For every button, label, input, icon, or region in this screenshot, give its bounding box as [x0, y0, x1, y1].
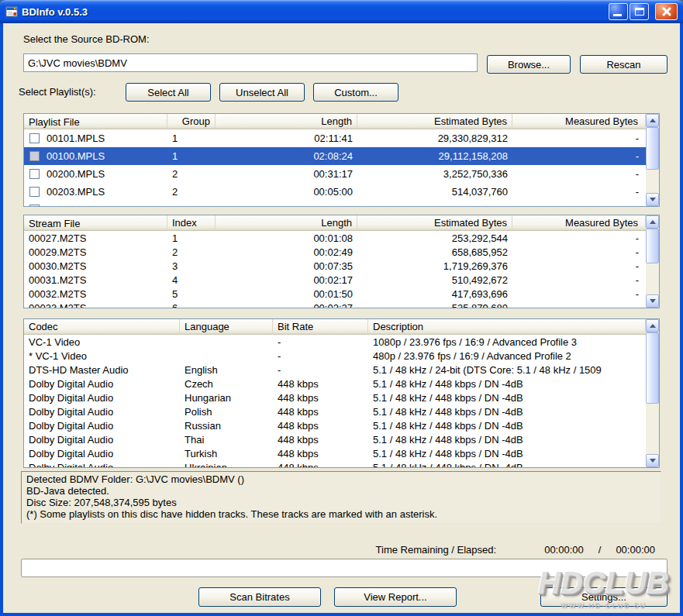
header-language[interactable]: Language: [180, 319, 273, 335]
codec-row[interactable]: Dolby Digital Audio Hungarian 448 kbps 5…: [24, 391, 646, 404]
scan-bitrates-button[interactable]: Scan Bitrates: [198, 587, 321, 607]
playlist-measured: -: [512, 150, 646, 162]
stream-row[interactable]: 00031.M2TS 4 00:02:17 510,492,672 -: [24, 273, 646, 287]
codec-description: 1080p / 23.976 fps / 16:9 / Advanced Pro…: [368, 336, 646, 348]
row-checkbox[interactable]: [29, 133, 40, 143]
codec-bitrate: 448 kbps: [273, 378, 368, 390]
header-estimated-bytes[interactable]: Estimated Bytes: [357, 114, 512, 129]
arrow-up-icon: [650, 220, 656, 224]
stream-file: 00031.M2TS: [24, 274, 167, 286]
select-all-button[interactable]: Select All: [126, 83, 211, 102]
stream-table-header: Stream File Index Length Estimated Bytes…: [24, 215, 646, 231]
header-measured-bytes[interactable]: Measured Bytes: [512, 215, 646, 231]
codec-row[interactable]: VC-1 Video - 1080p / 23.976 fps / 16:9 /…: [24, 335, 646, 349]
stream-table: Stream File Index Length Estimated Bytes…: [23, 215, 660, 308]
codec-name: VC-1 Video: [24, 336, 180, 348]
scrollbar-track[interactable]: [646, 127, 659, 193]
playlist-file: 00203.MPLS: [47, 186, 105, 198]
codec-row[interactable]: Dolby Digital Audio Thai 448 kbps 5.1 / …: [24, 432, 646, 446]
codec-name: DTS-HD Master Audio: [24, 364, 180, 376]
header-description[interactable]: Description: [368, 319, 646, 335]
stream-file: 00029.M2TS: [24, 246, 167, 258]
playlist-row[interactable]: 00200.MPLS 2 00:31:17 3,252,750,336 -: [24, 165, 646, 183]
row-checkbox[interactable]: [29, 187, 40, 197]
stream-row[interactable]: 00029.M2TS 2 00:02:49 658,685,952 -: [24, 245, 646, 259]
custom-button[interactable]: Custom...: [313, 83, 398, 102]
header-group[interactable]: Group: [167, 114, 216, 129]
codec-description: 5.1 / 48 kHz / 448 kbps / DN -4dB: [368, 448, 646, 459]
stream-row[interactable]: 00027.M2TS 1 00:01:08 253,292,544 -: [24, 231, 646, 245]
scroll-up-button[interactable]: [646, 114, 659, 127]
scroll-up-button[interactable]: [646, 319, 659, 332]
stream-index: 1: [167, 232, 216, 244]
header-playlist-file[interactable]: Playlist File: [24, 114, 167, 129]
header-bitrate[interactable]: Bit Rate: [273, 319, 368, 335]
source-path-input[interactable]: [23, 53, 478, 72]
codec-row[interactable]: Dolby Digital Audio Turkish 448 kbps 5.1…: [24, 446, 646, 460]
header-length[interactable]: Length: [216, 215, 357, 231]
row-checkbox[interactable]: [29, 169, 40, 179]
time-separator: /: [598, 544, 602, 556]
header-measured-bytes[interactable]: Measured Bytes: [512, 114, 646, 129]
playlist-row[interactable]: 00101.MPLS 1 02:11:41 29,330,829,312 -: [24, 129, 646, 147]
scrollbar-thumb[interactable]: [646, 127, 659, 170]
playlist-group: 2: [167, 186, 216, 198]
codec-row[interactable]: Dolby Digital Audio Czech 448 kbps 5.1 /…: [24, 377, 646, 391]
playlist-row-selected[interactable]: 00100.MPLS 1 02:08:24 29,112,158,208 -: [24, 147, 646, 165]
codec-row-partial[interactable]: Dolby Digital Audio Ukrainian 448 kbps 5…: [24, 460, 646, 467]
scroll-up-button[interactable]: [646, 215, 659, 229]
browse-button[interactable]: Browse...: [487, 55, 571, 74]
playlist-length: 02:11:41: [216, 132, 357, 144]
stream-row[interactable]: 00032.M2TS 5 00:01:50 417,693,696 -: [24, 287, 646, 301]
scrollbar-track[interactable]: [646, 332, 659, 454]
stream-index: 3: [167, 260, 216, 272]
playlist-measured: -: [512, 186, 646, 198]
stream-measured: -: [512, 302, 646, 308]
codec-name: Dolby Digital Audio: [24, 420, 180, 432]
header-estimated-bytes[interactable]: Estimated Bytes: [357, 215, 512, 231]
codec-row[interactable]: DTS-HD Master Audio English - 5.1 / 48 k…: [24, 363, 646, 377]
playlist-measured: -: [512, 132, 646, 144]
scrollbar-thumb[interactable]: [646, 332, 659, 404]
titlebar[interactable]: BDInfo v.0.5.3: [0, 0, 683, 23]
bdinfo-window: BDInfo v.0.5.3 Select the Source BD-ROM:…: [0, 0, 683, 616]
stream-row-partial[interactable]: 00033.M2TS 6 00:02:27 535,879,680 -: [24, 301, 646, 308]
codec-description: 5.1 / 48 kHz / 448 kbps / DN -4dB: [368, 420, 646, 432]
header-index[interactable]: Index: [167, 215, 216, 231]
header-length[interactable]: Length: [216, 114, 357, 129]
codec-language: Czech: [180, 378, 273, 390]
codec-scrollbar[interactable]: [646, 319, 659, 467]
maximize-button[interactable]: [630, 3, 649, 20]
stream-length: 00:02:49: [216, 246, 357, 258]
stream-index: 6: [167, 302, 216, 308]
playlist-row[interactable]: 00203.MPLS 2 00:05:00 514,037,760 -: [24, 183, 646, 201]
playlist-row-partial[interactable]: [24, 201, 646, 206]
time-status: Time Remaining / Elapsed: 00:00:00 / 00:…: [376, 544, 655, 556]
stream-row[interactable]: 00030.M2TS 3 00:07:35 1,719,269,376 -: [24, 259, 646, 273]
stream-scrollbar[interactable]: [646, 215, 659, 308]
scroll-down-button[interactable]: [646, 454, 659, 467]
playlist-file: 00100.MPLS: [47, 150, 105, 162]
row-checkbox[interactable]: [29, 151, 40, 161]
codec-row[interactable]: Dolby Digital Audio Polish 448 kbps 5.1 …: [24, 404, 646, 418]
scroll-down-button[interactable]: [646, 294, 659, 308]
codec-bitrate: -: [273, 364, 368, 376]
playlist-scrollbar[interactable]: [646, 114, 659, 206]
minimize-button[interactable]: [609, 3, 628, 20]
scrollbar-thumb[interactable]: [646, 229, 659, 263]
progress-bar: [21, 559, 667, 577]
scrollbar-track[interactable]: [646, 229, 659, 294]
client-area: Select the Source BD-ROM: Browse... Resc…: [3, 23, 680, 613]
settings-button[interactable]: Settings...: [540, 587, 667, 607]
row-checkbox[interactable]: [29, 205, 40, 206]
header-stream-file[interactable]: Stream File: [24, 215, 167, 231]
codec-row[interactable]: Dolby Digital Audio Russian 448 kbps 5.1…: [24, 418, 646, 432]
close-button[interactable]: [655, 3, 678, 20]
header-codec[interactable]: Codec: [24, 319, 180, 335]
rescan-button[interactable]: Rescan: [580, 55, 667, 74]
codec-row[interactable]: * VC-1 Video - 480p / 23.976 fps / 16:9 …: [24, 349, 646, 363]
view-report-button[interactable]: View Report...: [334, 587, 457, 607]
scroll-down-button[interactable]: [646, 193, 659, 206]
unselect-all-button[interactable]: Unselect All: [219, 83, 305, 102]
stream-index: 4: [167, 274, 216, 286]
